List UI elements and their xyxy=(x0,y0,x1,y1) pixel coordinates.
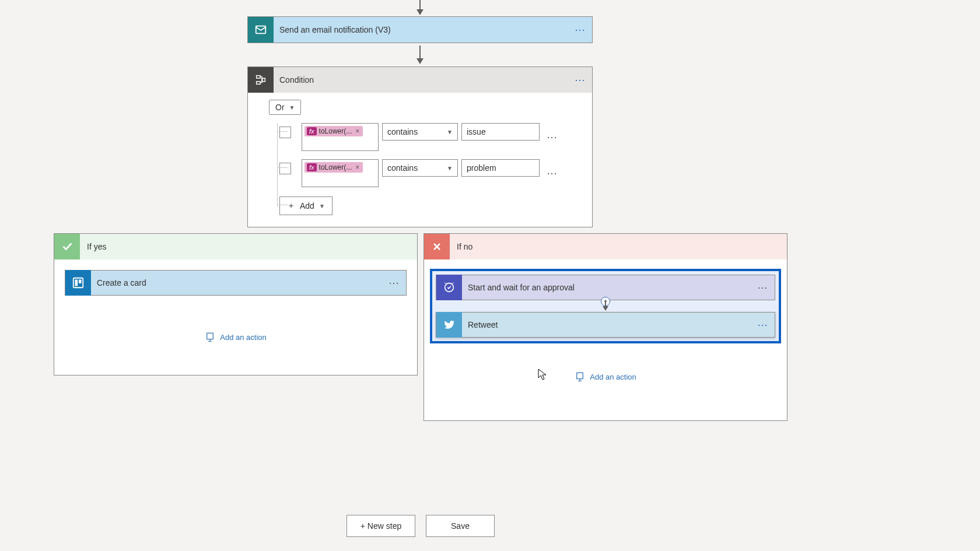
arrow-connector xyxy=(605,300,606,310)
condition-menu[interactable] xyxy=(569,73,592,86)
check-icon xyxy=(54,234,80,259)
selected-step-group: Start and wait for an approval + Retweet xyxy=(430,269,781,343)
fx-badge-icon: fx xyxy=(307,163,317,171)
svg-rect-1 xyxy=(257,76,260,79)
value-text: issue xyxy=(467,127,486,136)
left-operand-input[interactable]: fx toLower(... × xyxy=(302,159,379,187)
token-remove-icon[interactable]: × xyxy=(354,127,360,135)
chevron-down-icon: ▼ xyxy=(447,129,453,135)
chevron-down-icon: ▼ xyxy=(447,165,453,171)
trello-create-card-step[interactable]: Create a card xyxy=(65,270,407,296)
condition-step[interactable]: Condition Or ▼ fx toLower(... × xyxy=(247,66,593,227)
if-yes-header[interactable]: If yes xyxy=(54,234,417,259)
add-action-label: Add an action xyxy=(220,333,267,342)
if-no-title: If no xyxy=(450,242,473,251)
email-step-title: Send an email notification (V3) xyxy=(274,25,569,34)
group-operator-selector[interactable]: Or ▼ xyxy=(269,100,301,115)
approval-step-menu[interactable] xyxy=(751,281,775,294)
value-text: problem xyxy=(467,163,496,173)
row-menu[interactable] xyxy=(543,131,558,143)
svg-rect-10 xyxy=(577,373,583,379)
svg-rect-3 xyxy=(262,78,265,82)
trello-step-title: Create a card xyxy=(91,278,383,287)
token-remove-icon[interactable]: × xyxy=(354,163,360,171)
save-label: Save xyxy=(451,521,470,531)
tree-branch-line xyxy=(277,131,288,132)
email-notification-step[interactable]: Send an email notification (V3) xyxy=(247,16,593,43)
svg-rect-7 xyxy=(79,280,82,283)
new-step-label: + New step xyxy=(360,521,401,531)
approval-icon xyxy=(436,275,462,300)
value-input[interactable]: issue xyxy=(461,123,540,141)
condition-row: fx toLower(... × contains ▼ issue xyxy=(279,123,582,151)
add-condition-button[interactable]: ＋ Add ▼ xyxy=(279,196,332,215)
retweet-step-menu[interactable] xyxy=(751,318,775,331)
save-button[interactable]: Save xyxy=(426,515,495,537)
add-action-button[interactable]: Add an action xyxy=(54,321,417,348)
add-action-label: Add an action xyxy=(590,373,636,381)
arrow-connector xyxy=(419,0,421,14)
row-checkbox[interactable] xyxy=(279,163,291,174)
operator-label: contains xyxy=(387,127,418,136)
value-input[interactable]: problem xyxy=(461,159,540,177)
add-action-icon xyxy=(205,332,215,342)
operator-label: contains xyxy=(387,163,418,173)
mail-icon xyxy=(248,17,274,43)
new-step-button[interactable]: + New step xyxy=(346,515,415,537)
condition-row: fx toLower(... × contains ▼ problem xyxy=(279,159,582,187)
retweet-step-title: Retweet xyxy=(462,320,751,329)
row-menu[interactable] xyxy=(543,167,558,180)
condition-icon xyxy=(248,67,274,93)
fx-token[interactable]: fx toLower(... × xyxy=(304,162,363,173)
if-no-header[interactable]: If no xyxy=(424,234,787,259)
email-step-menu[interactable] xyxy=(569,23,592,36)
fx-token-label: toLower(... xyxy=(319,163,352,171)
tree-branch-line xyxy=(277,167,288,168)
row-checkbox[interactable] xyxy=(279,127,291,138)
twitter-icon xyxy=(436,312,462,338)
if-yes-title: If yes xyxy=(80,242,106,251)
fx-token[interactable]: fx toLower(... × xyxy=(304,126,363,136)
trello-step-menu[interactable] xyxy=(383,276,406,289)
group-operator-label: Or xyxy=(275,103,285,112)
left-operand-input[interactable]: fx toLower(... × xyxy=(302,123,379,151)
svg-rect-6 xyxy=(75,280,78,286)
if-no-branch: If no Start and wait for an approval + R… xyxy=(424,233,788,421)
svg-rect-2 xyxy=(257,82,260,85)
condition-title: Condition xyxy=(274,75,569,85)
if-yes-branch: If yes Create a card Add an action xyxy=(54,233,418,375)
flow-designer-canvas: Send an email notification (V3) Conditio… xyxy=(0,0,980,551)
fx-token-label: toLower(... xyxy=(319,127,352,135)
close-icon xyxy=(424,234,450,259)
trello-icon xyxy=(65,270,91,296)
operator-select[interactable]: contains ▼ xyxy=(382,123,458,141)
tree-branch-line xyxy=(277,205,288,205)
retweet-step[interactable]: Retweet xyxy=(436,312,775,338)
add-action-icon xyxy=(575,371,585,382)
add-action-button[interactable]: Add an action xyxy=(424,361,787,388)
plus-icon: ＋ xyxy=(287,201,295,211)
arrow-connector xyxy=(419,45,421,63)
fx-badge-icon: fx xyxy=(307,127,317,135)
chevron-down-icon: ▼ xyxy=(289,104,295,111)
chevron-down-icon: ▼ xyxy=(319,203,325,209)
add-condition-label: Add xyxy=(300,201,314,210)
svg-rect-8 xyxy=(207,333,214,339)
approval-step-title: Start and wait for an approval xyxy=(462,283,751,292)
tree-line xyxy=(277,123,278,207)
operator-select[interactable]: contains ▼ xyxy=(382,159,458,177)
